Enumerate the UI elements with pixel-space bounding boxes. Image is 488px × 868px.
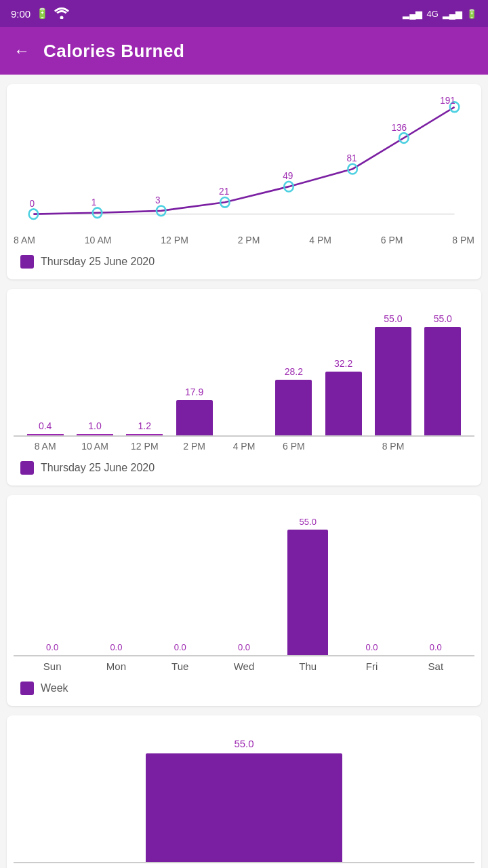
bar-x-8am: 8 AM	[20, 441, 70, 452]
svg-point-0	[60, 16, 64, 19]
week-val-wed: 0.0	[238, 642, 250, 652]
page-title: Calories Burned	[43, 41, 184, 62]
bar-x-6pm: 6 PM	[269, 441, 319, 452]
legend-color-box	[20, 255, 34, 269]
week-chart-area: 0.0 0.0 0.0 0.0 55.0 0.0 0.0	[14, 507, 474, 656]
daily-bar-x-axis: 8 AM 10 AM 12 PM 2 PM 4 PM 6 PM 8 PM	[14, 437, 474, 452]
month-chart-area: 55.0	[14, 728, 474, 863]
bar-x-4pm: 4 PM	[219, 441, 268, 452]
svg-text:81: 81	[346, 152, 357, 163]
x-label-8am: 8 AM	[14, 235, 35, 245]
bar-rect-6pm	[275, 380, 312, 435]
bar-x-10am: 10 AM	[70, 441, 119, 452]
week-legend-box	[20, 682, 34, 695]
bar-x-2pm: 2 PM	[169, 441, 219, 452]
bar-col-8pm-2: 55.0	[368, 301, 418, 435]
week-col-sun: 0.0	[20, 507, 84, 655]
bar-val-2pm: 17.9	[185, 387, 203, 397]
week-x-mon: Mon	[84, 660, 148, 672]
week-val-sun: 0.0	[46, 642, 58, 652]
line-chart-card: 0 1 3 21 49 81 136 191 8 AM 10 AM 12 PM …	[7, 84, 481, 279]
week-col-wed: 0.0	[212, 507, 276, 655]
x-label-8pm: 8 PM	[452, 235, 474, 245]
svg-text:136: 136	[391, 121, 407, 133]
daily-bar-chart-area: 0.4 1.0 1.2 17.9 28.2	[14, 301, 474, 437]
svg-text:49: 49	[283, 170, 293, 182]
bar-val-8pm-3: 55.0	[434, 313, 452, 324]
bar-val-8pm-2: 55.0	[384, 313, 402, 324]
bar-val-6pm: 28.2	[285, 366, 303, 377]
week-val-tue: 0.0	[174, 642, 186, 652]
week-col-sat: 0.0	[404, 507, 468, 655]
week-x-tue: Tue	[148, 660, 212, 672]
status-battery: 🔋	[36, 7, 49, 20]
week-bar-thu	[287, 530, 328, 655]
svg-text:3: 3	[155, 194, 161, 205]
bar-col-10am: 1.0	[70, 301, 119, 435]
svg-text:191: 191	[440, 96, 455, 106]
bar-col-8pm-3: 55.0	[418, 301, 468, 435]
daily-legend-box	[20, 461, 34, 475]
week-col-fri: 0.0	[340, 507, 403, 655]
status-time: 9:00	[11, 8, 30, 20]
week-x-sat: Sat	[404, 660, 468, 672]
week-val-fri: 0.0	[366, 642, 378, 652]
line-chart-area: 0 1 3 21 49 81 136 191	[20, 96, 468, 232]
bar-col-8pm-1: 32.2	[319, 301, 368, 435]
week-x-wed: Wed	[212, 660, 276, 672]
bar-rect-8pm-1	[325, 372, 362, 435]
x-label-4pm: 4 PM	[309, 235, 331, 245]
svg-text:0: 0	[30, 198, 35, 210]
svg-text:21: 21	[219, 186, 229, 197]
signal-bars-2: ▂▄▆	[443, 9, 462, 19]
daily-bar-chart-card: 0.4 1.0 1.2 17.9 28.2	[7, 289, 481, 486]
bar-val-8pm-1: 32.2	[334, 358, 352, 369]
week-legend: Week	[14, 682, 474, 695]
month-val-25: 55.0	[234, 738, 253, 749]
status-wifi	[54, 7, 69, 21]
bar-val-12pm: 1.2	[138, 420, 151, 431]
line-chart-svg: 0 1 3 21 49 81 136 191	[20, 96, 468, 232]
x-label-6pm: 6 PM	[381, 235, 403, 245]
weekly-bar-chart-card: 0.0 0.0 0.0 0.0 55.0 0.0 0.0 Sun Mon Tue	[7, 495, 481, 706]
bar-zero-10am	[77, 434, 113, 435]
week-val-thu: 55.0	[300, 517, 317, 527]
daily-legend-label: Thursday 25 June 2020	[41, 462, 155, 474]
x-label-12pm: 12 PM	[161, 235, 188, 245]
status-right: ▂▄▆ 4G ▂▄▆ 🔋	[403, 9, 477, 19]
back-button[interactable]: ←	[14, 41, 30, 60]
bar-zero-12pm	[126, 434, 163, 435]
month-col-25: 55.0	[146, 728, 342, 862]
week-val-mon: 0.0	[110, 642, 122, 652]
bar-rect-8pm-2	[375, 327, 411, 435]
week-legend-label: Week	[41, 682, 68, 694]
svg-text:1: 1	[92, 197, 97, 208]
x-label-10am: 10 AM	[85, 235, 112, 245]
app-bar: ← Calories Burned	[0, 27, 488, 75]
week-x-fri: Fri	[340, 660, 403, 672]
signal-bars: ▂▄▆	[403, 9, 422, 19]
bar-col-2pm: 17.9	[169, 301, 219, 435]
bar-val-10am: 1.0	[88, 420, 101, 431]
bar-x-8pm: 8 PM	[319, 441, 468, 452]
month-bar-25	[146, 753, 342, 862]
week-x-axis: Sun Mon Tue Wed Thu Fri Sat	[14, 656, 474, 672]
bar-col-12pm: 1.2	[120, 301, 169, 435]
week-col-mon: 0.0	[84, 507, 148, 655]
daily-bar-legend: Thursday 25 June 2020	[14, 461, 474, 475]
week-col-tue: 0.0	[148, 507, 212, 655]
line-chart-legend: Thursday 25 June 2020	[14, 255, 474, 269]
monthly-bar-chart-card: 55.0 25 June 2020	[7, 715, 481, 868]
bar-rect-2pm	[176, 400, 213, 435]
bar-col-6pm: 28.2	[269, 301, 319, 435]
status-left: 9:00 🔋	[11, 7, 69, 21]
bar-zero-8am	[27, 434, 64, 435]
bar-col-8am: 0.4	[20, 301, 70, 435]
battery-icon: 🔋	[466, 9, 477, 19]
bar-col-4pm	[219, 301, 268, 435]
network-type: 4G	[426, 9, 438, 19]
week-val-sat: 0.0	[430, 642, 442, 652]
week-x-sun: Sun	[20, 660, 84, 672]
legend-label: Thursday 25 June 2020	[41, 256, 155, 268]
bar-rect-8pm-3	[424, 327, 461, 435]
